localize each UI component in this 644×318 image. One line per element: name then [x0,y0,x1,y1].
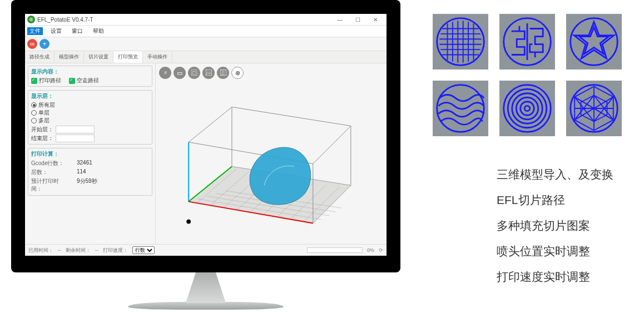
pattern-triangles-fill [566,81,622,136]
print-calc-title: 打印计算： [31,150,149,158]
menu-window[interactable]: 窗口 [70,27,85,35]
menu-settings[interactable]: 设置 [48,27,64,35]
feature-list: 三维模型导入、及变换 EFL切片路径 多种填充切片图案 喷头位置实时调整 打印速… [497,167,613,285]
3d-viewport[interactable]: 〃 ▭ ⿴ ⿳ ⿲ ⊗ [156,63,387,244]
tab-path-generation[interactable]: 路径生成 [25,51,55,63]
remain-time-value: -- [95,247,98,253]
vp-btn-view3[interactable]: ⿲ [217,67,229,79]
display-layer-group: 显示层： 所有层 单层 多层 [28,90,152,145]
window-close-button[interactable]: ✕ [366,17,384,23]
radio-all-layers[interactable]: 所有层 [31,101,55,109]
radio-single-layer-label: 单层 [38,109,49,117]
window-minimize-button[interactable]: — [331,17,349,23]
menu-help[interactable]: 帮助 [91,27,106,35]
est-time-label: 预计打印时间： [31,177,67,193]
app-logo-icon: ⦿ [27,16,35,23]
monitor-bezel: ⦿ EFL_PotatoE V0.4.7-T — ☐ ✕ 文件 设置 窗口 帮助… [11,0,400,272]
used-time-value: -- [58,247,61,253]
refresh-icon[interactable]: ⟳ [379,247,383,253]
used-time-label: 已用时间： [28,247,53,254]
radio-icon [31,102,37,108]
progress-bar [307,247,363,253]
feature-item: 喷头位置实时调整 [497,244,613,259]
tab-print-preview[interactable]: 打印预览 [113,51,143,63]
monitor-stand [172,272,239,303]
monitor-base [128,302,284,310]
print-speed-label: 打印速度： [103,247,128,254]
svg-point-43 [521,102,534,115]
vp-btn-view1[interactable]: ⿴ [188,67,200,79]
feature-item: 三维模型导入、及变换 [497,167,613,182]
menu-bar: 文件 设置 窗口 帮助 [25,26,387,37]
status-mode-select[interactable]: 行数 [132,246,155,254]
start-layer-input[interactable] [56,126,95,133]
start-layer-label: 开始层： [31,126,53,133]
window-title: EFL_PotatoE V0.4.7-T [37,17,331,23]
tab-strip: 路径生成 模型操作 切片设置 打印预览 手动操作 [25,51,387,63]
check-icon [69,78,75,84]
layers-label: 层数： [31,168,67,176]
svg-point-44 [524,106,529,111]
svg-point-42 [516,97,538,119]
checkbox-print-path[interactable]: 打印路径 [31,77,61,85]
feature-item: 多种填充切片图案 [497,218,613,233]
print-calc-group: 打印计算： Gcode行数： 32461 层数： 114 [28,148,152,196]
left-panel: 显示内容： 打印路径 空走路径 [25,63,156,244]
radio-icon [31,118,37,123]
end-layer-input[interactable] [56,135,95,142]
vp-btn-reset[interactable]: ⊗ [231,67,244,79]
gcode-lines-label: Gcode行数： [31,160,67,167]
add-button[interactable]: + [39,39,49,49]
vp-btn-material[interactable]: 〃 [159,67,171,79]
titlebar: ⦿ EFL_PotatoE V0.4.7-T — ☐ ✕ [25,14,387,26]
radio-multi-layer-label: 多层 [38,117,49,125]
window-maximize-button[interactable]: ☐ [349,17,366,23]
tab-manual-operations[interactable]: 手动操作 [143,51,172,63]
layers-value: 114 [77,168,86,176]
monitor-mockup: ⦿ EFL_PotatoE V0.4.7-T — ☐ ✕ 文件 设置 窗口 帮助… [11,0,400,310]
pattern-concentric-fill [499,81,555,136]
remain-time-label: 剩余时间： [66,247,91,254]
body: 显示内容： 打印路径 空走路径 [25,63,387,244]
3d-scene [172,91,367,244]
checkbox-travel-path[interactable]: 空走路径 [69,77,99,85]
tab-model-operations[interactable]: 模型操作 [55,51,84,63]
feature-item: 打印速度实时调整 [497,269,613,285]
viewport-toolbar: 〃 ▭ ⿴ ⿳ ⿲ ⊗ [159,67,244,79]
pattern-grid-fill [433,14,488,69]
feature-item: EFL切片路径 [497,192,613,208]
quick-toolbar: ∞ + [25,37,387,51]
app-window: ⦿ EFL_PotatoE V0.4.7-T — ☐ ✕ 文件 设置 窗口 帮助… [25,14,387,256]
pattern-maze-fill [499,14,555,69]
radio-icon [31,110,37,116]
monitor-screen: ⦿ EFL_PotatoE V0.4.7-T — ☐ ✕ 文件 设置 窗口 帮助… [25,14,387,256]
est-time-value: 9分59秒 [77,177,97,193]
tab-slice-settings[interactable]: 切片设置 [84,51,113,63]
radio-multi-layer[interactable]: 多层 [31,117,49,125]
display-layer-title: 显示层： [31,92,149,100]
svg-point-39 [504,85,551,132]
display-content-title: 显示内容： [31,68,149,76]
check-icon [31,78,37,84]
menu-file[interactable]: 文件 [27,27,43,35]
end-layer-row: 结束层： [31,135,149,142]
link-icon: ∞ [30,40,35,48]
start-layer-row: 开始层： [31,126,149,133]
vp-btn-view2[interactable]: ⿳ [202,67,215,79]
radio-all-layers-label: 所有层 [38,101,55,109]
pattern-grid [433,14,622,136]
vp-btn-bounds[interactable]: ▭ [174,67,186,79]
checkbox-travel-path-label: 空走路径 [77,77,99,85]
checkbox-print-path-label: 打印路径 [39,77,61,85]
svg-point-21 [437,18,484,66]
plus-icon: + [42,40,46,48]
svg-point-40 [508,89,547,128]
radio-single-layer[interactable]: 单层 [31,109,49,117]
status-bar: 已用时间： -- 剩余时间： -- 打印速度： 行数 0% ⟳ [25,244,387,256]
end-layer-label: 结束层： [31,135,53,142]
display-content-group: 显示内容： 打印路径 空走路径 [28,66,152,87]
svg-point-20 [186,220,191,224]
pattern-waves-fill [433,81,488,136]
pattern-star-fill [566,14,622,69]
cut-link-button[interactable]: ∞ [27,39,37,49]
